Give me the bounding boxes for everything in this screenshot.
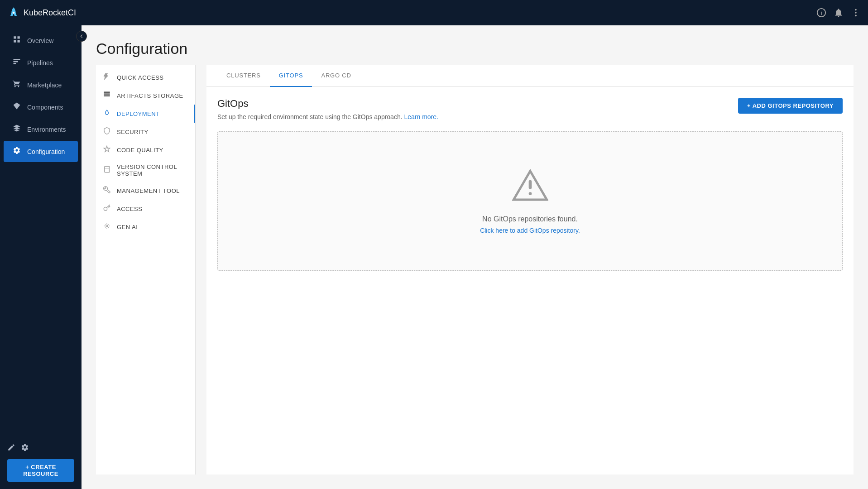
main-panel: CLUSTERS GITOPS ARGO CD GitOps Set up th…: [206, 65, 854, 475]
svg-rect-13: [104, 91, 110, 93]
sub-nav-security[interactable]: SECURITY: [96, 123, 195, 141]
tab-gitops[interactable]: GITOPS: [270, 65, 312, 87]
svg-rect-6: [14, 36, 16, 38]
sidebar-item-marketplace[interactable]: Marketplace: [4, 74, 78, 96]
cart-icon: [13, 80, 22, 90]
sub-nav-artifacts-storage[interactable]: ARTIFACTS STORAGE: [96, 86, 195, 105]
sub-nav-deployment-label: DEPLOYMENT: [117, 110, 160, 117]
sidebar-item-overview-label: Overview: [27, 37, 53, 44]
svg-point-4: [855, 12, 857, 14]
svg-point-0: [13, 12, 15, 14]
topbar: KubeRocketCI i: [0, 0, 868, 25]
code-quality-icon: [103, 145, 112, 154]
sidebar-item-environments[interactable]: Environments: [4, 119, 78, 140]
svg-point-18: [528, 192, 532, 195]
grid-icon: [13, 35, 22, 46]
sub-nav-security-label: SECURITY: [117, 129, 149, 135]
sub-nav-deployment[interactable]: DEPLOYMENT: [96, 105, 195, 123]
page-title: Configuration: [96, 40, 854, 58]
sidebar-item-pipelines[interactable]: Pipelines: [4, 52, 78, 73]
sub-nav-version-control[interactable]: VERSION CONTROL SYSTEM: [96, 159, 195, 182]
svg-rect-9: [18, 40, 20, 43]
sidebar-item-configuration-label: Configuration: [27, 148, 65, 155]
layers-icon: [13, 124, 22, 134]
svg-rect-14: [104, 93, 110, 95]
edit-pencil-icon[interactable]: [7, 443, 15, 454]
content-area: Configuration QUICK ACCESS ARTIFACTS STO…: [82, 25, 868, 489]
svg-rect-11: [14, 61, 19, 62]
svg-rect-12: [14, 63, 16, 64]
sub-nav: QUICK ACCESS ARTIFACTS STORAGE DEPLOYMEN…: [96, 65, 196, 475]
content-body: QUICK ACCESS ARTIFACTS STORAGE DEPLOYMEN…: [82, 65, 868, 489]
add-gitops-repository-button[interactable]: + ADD GITOPS REPOSITORY: [738, 98, 843, 114]
sub-nav-access-label: ACCESS: [117, 206, 142, 212]
main-layout: Overview Pipelines Marketplace Component…: [0, 25, 868, 489]
sidebar-item-components-label: Components: [27, 104, 63, 111]
svg-rect-8: [14, 40, 16, 43]
svg-text:i: i: [821, 10, 822, 16]
content-header: Configuration: [82, 25, 868, 65]
sub-nav-code-quality-label: CODE QUALITY: [117, 147, 163, 153]
svg-rect-10: [14, 59, 20, 60]
artifacts-storage-icon: [103, 91, 112, 100]
svg-rect-15: [104, 95, 110, 96]
sub-nav-version-control-label: VERSION CONTROL SYSTEM: [117, 163, 188, 177]
gitops-section: GitOps Set up the required environment s…: [206, 87, 854, 475]
gitops-description: Set up the required environment state us…: [217, 113, 843, 120]
sidebar-collapse-button[interactable]: [76, 31, 87, 42]
rocket-icon: [7, 6, 20, 19]
sub-nav-quick-access-label: QUICK ACCESS: [117, 74, 164, 81]
sidebar-item-environments-label: Environments: [27, 126, 66, 133]
sub-nav-quick-access[interactable]: QUICK ACCESS: [96, 68, 195, 86]
quick-access-icon: [103, 73, 112, 82]
sub-nav-management-tool-label: MANAGEMENT TOOL: [117, 187, 180, 194]
sidebar-item-components[interactable]: Components: [4, 96, 78, 118]
tab-argo-cd[interactable]: ARGO CD: [312, 65, 360, 87]
sub-nav-artifacts-storage-label: ARTIFACTS STORAGE: [117, 92, 183, 99]
empty-state-warning-icon: [512, 168, 548, 206]
gear-icon: [13, 146, 22, 157]
sidebar-nav: Overview Pipelines Marketplace Component…: [0, 25, 82, 436]
info-icon[interactable]: i: [816, 8, 826, 18]
sidebar: Overview Pipelines Marketplace Component…: [0, 25, 82, 489]
svg-point-3: [855, 9, 857, 11]
sidebar-bottom-icons: [7, 443, 74, 454]
sidebar-item-pipelines-label: Pipelines: [27, 59, 53, 67]
sidebar-item-configuration[interactable]: Configuration: [4, 141, 78, 162]
management-tool-icon: [103, 186, 112, 195]
sub-nav-gen-ai-label: GEN AI: [117, 224, 138, 230]
settings-icon[interactable]: [21, 443, 29, 454]
security-icon: [103, 127, 112, 136]
learn-more-link[interactable]: Learn more.: [404, 113, 438, 120]
svg-rect-7: [18, 36, 20, 38]
diamond-icon: [13, 102, 22, 112]
create-resource-button[interactable]: + CREATE RESOURCE: [7, 459, 74, 482]
empty-state-add-link[interactable]: Click here to add GitOps repository.: [480, 227, 580, 234]
version-control-icon: [103, 166, 112, 175]
gen-ai-icon: [103, 222, 112, 231]
pipeline-icon: [13, 58, 22, 68]
notification-icon[interactable]: [834, 8, 844, 18]
empty-state-title: No GitOps repositories found.: [482, 215, 578, 223]
more-icon[interactable]: [851, 8, 861, 18]
empty-state: No GitOps repositories found. Click here…: [217, 131, 843, 271]
sidebar-item-marketplace-label: Marketplace: [27, 82, 62, 89]
deployment-icon: [103, 109, 112, 118]
app-name: KubeRocketCI: [24, 8, 76, 18]
app-logo[interactable]: KubeRocketCI: [7, 6, 76, 19]
sub-nav-management-tool[interactable]: MANAGEMENT TOOL: [96, 182, 195, 200]
sub-nav-code-quality[interactable]: CODE QUALITY: [96, 141, 195, 159]
topbar-actions: i: [816, 8, 861, 18]
sidebar-bottom: + CREATE RESOURCE: [0, 436, 82, 489]
access-icon: [103, 204, 112, 213]
sub-nav-access[interactable]: ACCESS: [96, 200, 195, 218]
sub-nav-gen-ai[interactable]: GEN AI: [96, 218, 195, 236]
svg-point-17: [106, 225, 108, 227]
sidebar-item-overview[interactable]: Overview: [4, 30, 78, 51]
svg-point-5: [855, 15, 857, 17]
tabs-bar: CLUSTERS GITOPS ARGO CD: [206, 65, 854, 87]
tab-clusters[interactable]: CLUSTERS: [217, 65, 270, 87]
